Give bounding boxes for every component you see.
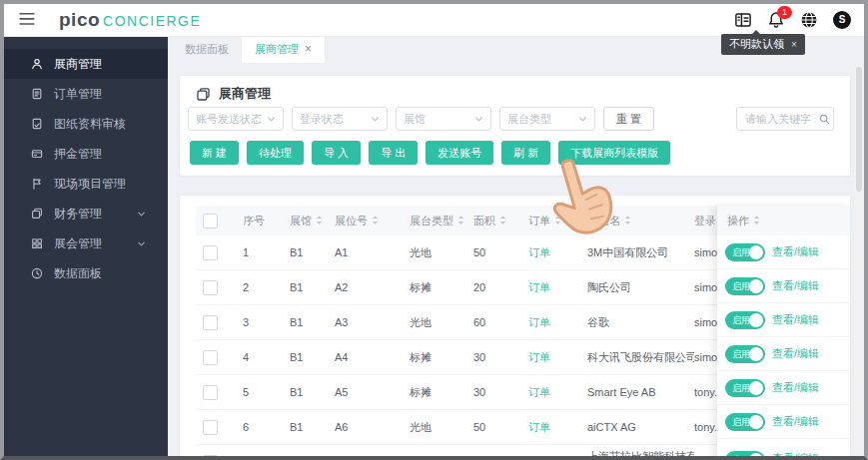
order-link[interactable]: 订单 [528,280,550,295]
filter-row: 账号发送状态登录状态展馆展台类型重 置 [188,107,834,131]
cell-area: 20 [473,281,528,293]
view-edit-link[interactable]: 查看/编辑 [772,414,819,429]
sidebar-item-dashboard[interactable]: 数据面板 [4,258,168,288]
sidebar-item-exhibitor[interactable]: 展商管理 [4,49,168,79]
view-edit-link[interactable]: 查看/编辑 [772,346,819,361]
reset-button[interactable]: 重 置 [603,107,654,131]
enable-toggle[interactable]: 启用 [725,379,765,397]
row-checkbox[interactable] [203,420,218,435]
action-button[interactable]: 下载展商列表模版 [558,141,670,165]
sort-icon[interactable] [554,215,561,228]
sidebar-item-label: 押金管理 [54,146,102,163]
column-header[interactable]: 展台类型 [410,214,473,229]
filter-select[interactable]: 账号发送状态 [188,107,284,131]
hamburger-menu-icon[interactable] [19,12,35,28]
claim-panel-icon[interactable] [734,11,752,29]
chevron-down-icon [371,115,380,124]
operations-cell: 启用查看/编辑 [717,303,850,337]
filter-select[interactable]: 展馆 [396,107,491,131]
select-all-checkbox[interactable] [203,214,218,229]
cell-booth-type: 光地 [410,245,473,260]
enable-toggle[interactable]: 启用 [725,243,765,261]
order-link[interactable]: 订单 [528,385,550,400]
view-edit-link[interactable]: 查看/编辑 [772,278,819,293]
cell-exhibitor-name: 上海艾拉比智能科技有 [587,445,694,456]
notifications-bell-icon[interactable]: 1 [767,11,785,29]
enable-toggle[interactable]: 启用 [725,413,765,431]
action-button[interactable]: 导 出 [369,141,418,165]
view-edit-link[interactable]: 查看/编辑 [772,380,819,395]
row-checkbox[interactable] [203,280,218,295]
enable-toggle[interactable]: 启用 [725,345,765,363]
view-edit-link[interactable]: 查看/编辑 [772,244,819,259]
view-edit-link[interactable]: 查看/编辑 [772,451,819,456]
column-header[interactable]: 展位号 [335,214,410,229]
sidebar-item-deposit[interactable]: 押金管理 [4,139,168,169]
scrollbar-thumb[interactable] [856,67,862,192]
column-header[interactable]: 面积 [473,214,528,229]
enable-toggle[interactable]: 启用 [725,451,765,456]
sidebar-item-expo[interactable]: 展会管理 [4,229,168,258]
tab-close-icon[interactable]: × [305,36,312,63]
action-button[interactable]: 刷 新 [501,141,550,165]
row-checkbox[interactable] [203,385,218,400]
deposit-icon [31,148,43,160]
sort-icon[interactable] [753,215,760,228]
claim-tooltip[interactable]: 不明款认领 × [721,34,805,55]
action-button[interactable]: 新 建 [190,141,239,165]
chevron-down-icon [267,115,276,124]
cell-hall: B1 [290,421,335,433]
row-checkbox[interactable] [203,350,218,365]
row-checkbox[interactable] [203,455,218,456]
globe-language-icon[interactable] [800,11,818,29]
cell-booth-type [410,445,473,449]
cell-exhibitor-name: 谷歌 [587,315,694,330]
operations-fixed-column: 操作启用查看/编辑启用查看/编辑启用查看/编辑启用查看/编辑启用查看/编辑启用查… [717,206,850,456]
cell-exhibitor-name: 科大讯飞股份有限公司 [587,350,694,365]
sidebar-item-finance[interactable]: 财务管理 [4,199,168,229]
sidebar-menu: 展商管理订单管理图纸资料审核押金管理现场项目管理财务管理展会管理数据面板 [4,36,168,456]
select-placeholder: 账号发送状态 [196,112,267,127]
enable-toggle[interactable]: 启用 [725,311,765,329]
column-header-operations[interactable]: 操作 [717,206,850,235]
cell-index: 1 [243,246,290,258]
enable-toggle[interactable]: 启用 [725,277,765,295]
cell-booth-no: A4 [335,351,410,363]
filter-select[interactable]: 登录状态 [292,107,388,131]
cell-booth-type: 光地 [410,315,473,330]
filter-select[interactable]: 展台类型 [499,107,595,131]
sidebar-item-site-project[interactable]: 现场项目管理 [4,169,168,199]
drawing-review-icon [31,118,43,130]
sort-icon[interactable] [316,215,323,228]
row-checkbox[interactable] [203,315,218,330]
order-link[interactable]: 订单 [528,420,550,435]
action-button[interactable]: 导 入 [312,141,361,165]
chevron-down-icon [474,115,483,124]
sort-icon[interactable] [457,215,464,228]
view-edit-link[interactable]: 查看/编辑 [772,312,819,327]
column-header[interactable]: 展馆 [290,214,335,229]
tooltip-close-icon[interactable]: × [791,34,797,55]
order-link[interactable]: 订单 [528,245,550,260]
search-input[interactable] [743,112,819,126]
user-avatar[interactable]: S [833,11,851,29]
action-button[interactable]: 待处理 [247,141,304,165]
action-button[interactable]: 发送账号 [426,141,493,165]
cell-hall: B1 [290,351,335,363]
tab-展商管理[interactable]: 展商管理× [242,36,325,63]
order-link[interactable]: 订单 [528,350,550,365]
column-header[interactable]: 展商名 [587,214,694,229]
column-header[interactable]: 订单 [528,214,587,229]
order-link[interactable]: 订单 [528,315,550,330]
row-checkbox[interactable] [203,245,218,260]
tab-数据面板[interactable]: 数据面板 [172,36,242,63]
sort-icon[interactable] [372,215,379,228]
cell-booth-type: 标摊 [410,350,473,365]
action-button-row: 新 建待处理导 入导 出发送账号刷 新下载展商列表模版 [190,141,670,165]
sort-icon[interactable] [499,215,506,228]
sidebar-item-order[interactable]: 订单管理 [4,79,168,109]
brand-logo-concierge: CONCIERGE [103,13,201,29]
sidebar-item-drawing-review[interactable]: 图纸资料审核 [4,109,168,139]
cell-index: 3 [243,316,290,328]
sort-icon[interactable] [624,215,631,228]
